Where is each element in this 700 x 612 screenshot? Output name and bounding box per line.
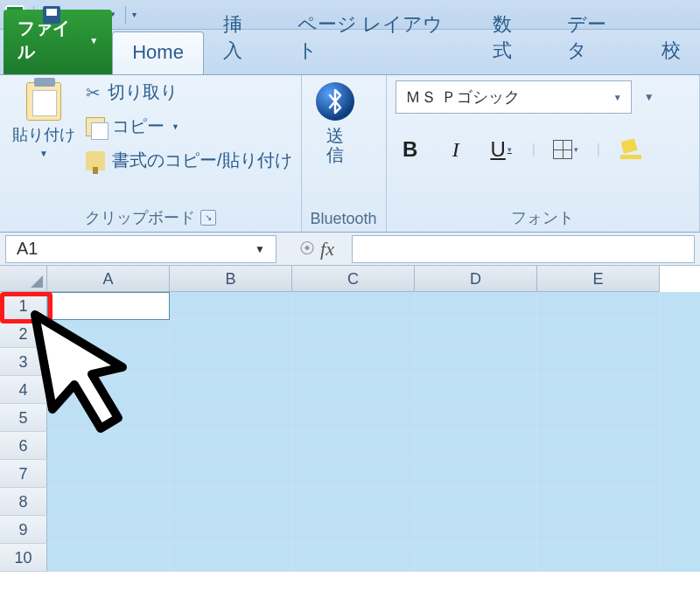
cut-button[interactable]: ✂ 切り取り [86,80,292,104]
copy-button[interactable]: コピー ▼ [86,115,292,138]
row-header[interactable]: 9 [0,516,47,544]
copy-icon [86,117,105,136]
cell[interactable] [170,292,292,320]
dialog-launcher-icon[interactable]: ↘ [200,210,216,226]
bt-send-l2: 信 [326,145,344,164]
italic-button[interactable]: I [441,136,471,163]
col-header[interactable]: A [47,266,170,292]
cell-A1[interactable] [47,292,170,320]
copy-dropdown-icon[interactable]: ▼ [172,122,179,131]
save-icon[interactable] [43,6,60,24]
bt-send-l1: 送 [326,126,344,145]
fx-icon[interactable]: fx [320,238,334,261]
tab-review-partial[interactable]: 校 [642,29,700,74]
bluetooth-icon [316,82,354,121]
row-header[interactable]: 7 [0,460,47,488]
tab-file-label: ファイル [18,17,82,64]
format-painter-icon [86,151,105,170]
font-name-combo[interactable]: ＭＳ Ｐゴシック ▼ [396,80,632,114]
col-header[interactable]: E [537,266,660,292]
row-header[interactable]: 10 [0,544,47,572]
paste-label: 貼り付け [12,124,75,145]
cell[interactable] [292,292,415,320]
chevron-down-icon: ▼ [613,93,622,102]
col-header[interactable]: D [415,266,537,292]
row-header[interactable]: 1 [0,292,47,320]
borders-button[interactable]: ▾ [551,136,581,163]
paste-button[interactable]: 貼り付け ▼ [9,80,79,204]
fill-color-button[interactable] [616,136,646,163]
group-bluetooth: 送 信 Bluetooth [302,75,387,232]
tab-formulas[interactable]: 数式 [473,3,548,74]
format-painter-button[interactable]: 書式のコピー/貼り付け [86,149,292,172]
row-header[interactable]: 4 [0,376,47,404]
group-clipboard: 貼り付け ▼ ✂ 切り取り コピー ▼ 書式のコピー/貼り付け [0,75,302,232]
group-font: ＭＳ Ｐゴシック ▼ ▼ B I U▾ | ▾ | [387,75,700,232]
scissors-icon: ✂ [86,82,101,103]
cell-area[interactable] [47,292,700,572]
copy-label: コピー [112,115,164,138]
qat-customize-icon[interactable]: ▾ [132,10,136,19]
tab-home[interactable]: Home [112,31,204,74]
fill-color-icon [620,140,641,159]
select-all-button[interactable] [0,266,47,292]
chevron-down-icon: ▼ [89,36,98,45]
name-box-value: A1 [17,239,38,259]
ribbon-tabs: ファイル ▼ Home 挿入 ページ レイアウト 数式 データ 校 [0,30,700,75]
formula-bar-row: A1 ▼ ⦿ fx [0,233,700,266]
tab-data[interactable]: データ [548,3,642,74]
row-header[interactable]: 5 [0,404,47,432]
col-header[interactable]: C [292,266,415,292]
font-name-value: ＭＳ Ｐゴシック [405,87,520,108]
formula-input[interactable] [352,235,695,263]
group-bluetooth-title: Bluetooth [311,210,377,228]
row-header[interactable]: 2 [0,320,47,348]
ribbon: 貼り付け ▼ ✂ 切り取り コピー ▼ 書式のコピー/貼り付け [0,75,700,233]
tab-insert[interactable]: 挿入 [204,3,278,74]
name-box[interactable]: A1 ▼ [5,235,276,263]
bluetooth-send-button[interactable]: 送 信 [311,80,360,206]
border-icon [553,140,572,159]
spreadsheet-grid: A B C D E 1 2 3 4 5 6 7 8 9 10 [0,266,700,572]
bold-button[interactable]: B [396,136,425,163]
row-header[interactable]: 8 [0,488,47,516]
cell[interactable] [415,292,537,320]
group-font-title: フォント [511,207,574,228]
format-painter-label: 書式のコピー/貼り付け [112,149,292,172]
col-header[interactable]: B [170,266,292,292]
row-header[interactable]: 6 [0,432,47,460]
tab-page-layout[interactable]: ページ レイアウト [278,3,472,74]
cancel-formula-icon[interactable]: ⦿ [299,240,315,258]
paste-dropdown-icon[interactable]: ▼ [39,149,48,158]
chevron-down-icon: ▼ [255,243,265,255]
row-header[interactable]: 3 [0,348,47,376]
separator [125,6,126,24]
underline-button[interactable]: U▾ [486,136,516,163]
group-clipboard-title: クリップボード [85,207,195,228]
chevron-down-icon: ▾ [508,145,512,154]
paste-icon [26,82,61,121]
font-size-dropdown-icon[interactable]: ▼ [644,91,654,103]
cut-label: 切り取り [108,80,178,104]
chevron-down-icon: ▾ [574,145,578,154]
cell[interactable] [537,292,660,320]
